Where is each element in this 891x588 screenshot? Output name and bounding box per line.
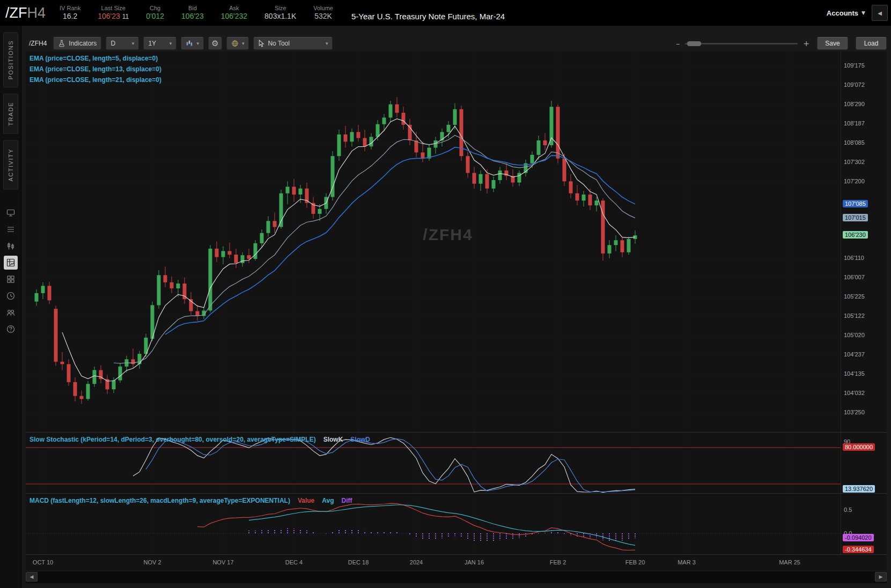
ema-study-label[interactable]: EMA (price=CLOSE, length=21, displace=0) — [30, 76, 161, 84]
zoom-out-button[interactable]: – — [676, 39, 680, 48]
candle — [492, 180, 496, 189]
field-label: Volume — [313, 4, 333, 12]
time-label: MAR 3 — [678, 559, 696, 565]
range-dropdown[interactable]: 1Y ▾ — [143, 37, 176, 50]
time-label: JAN 16 — [465, 559, 484, 565]
chart-panels: /ZFH4 EMA (price=CLOSE, length=5, displa… — [26, 51, 887, 583]
macd-study-label[interactable]: MACD (fastLength=12, slowLength=26, macd… — [30, 497, 290, 504]
candle — [164, 275, 167, 282]
macd-panel: MACD (fastLength=12, slowLength=26, macd… — [26, 493, 887, 554]
price-tick: 105'122 — [844, 312, 865, 319]
drawing-tool-dropdown[interactable]: No Tool ▾ — [253, 37, 333, 50]
beaker-icon — [58, 40, 65, 47]
candle — [80, 396, 84, 399]
stochastic-plot[interactable]: Slow Stochastic (kPeriod=14, dPeriod=3, … — [26, 433, 841, 493]
community-icon[interactable] — [4, 306, 18, 319]
field-label: Chg — [150, 4, 160, 12]
trade-chart-icon[interactable] — [4, 239, 18, 253]
candle — [569, 181, 573, 193]
macd-axis[interactable]: 0.50.0-0.094020-0.344634 — [841, 494, 887, 554]
candle — [241, 255, 245, 263]
help-icon[interactable] — [4, 322, 18, 336]
time-label: FEB 2 — [550, 559, 566, 565]
candle — [131, 359, 135, 364]
macd-tick: 0.5 — [844, 507, 852, 513]
stochastic-legend-slowd[interactable]: SlowD — [350, 436, 370, 443]
candle — [453, 109, 457, 125]
price-tick: 104'135 — [844, 370, 865, 377]
candle — [376, 124, 380, 137]
candle — [479, 174, 483, 184]
scroll-left-button[interactable]: ◀ — [26, 572, 38, 582]
save-button[interactable]: Save — [817, 37, 848, 50]
stochastic-study-label[interactable]: Slow Stochastic (kPeriod=14, dPeriod=3, … — [30, 436, 316, 443]
stochastic-axis[interactable]: 9080.00000013.937620 — [841, 433, 887, 493]
candle — [389, 105, 393, 118]
history-icon[interactable] — [4, 289, 18, 303]
field-size-value: 11 — [122, 13, 129, 20]
price-bubble-close: 106'230 — [843, 231, 868, 239]
candle — [260, 233, 264, 243]
ema-study-label[interactable]: EMA (price=CLOSE, length=5, displace=0) — [30, 55, 161, 62]
chart-scrollbar[interactable]: ◀ ▶ — [26, 571, 887, 583]
symbol-month-code: H4 — [27, 5, 46, 21]
quote-header: /ZFH4 IV Rank16.2Last Size106'2311Chg0'0… — [0, 0, 891, 26]
charts-icon[interactable] — [4, 256, 18, 270]
candle — [518, 173, 521, 183]
macd-plot[interactable]: MACD (fastLength=12, slowLength=26, macd… — [26, 494, 841, 554]
accounts-dropdown[interactable]: Accounts ▼ — [827, 9, 865, 17]
time-label: DEC 4 — [285, 559, 303, 565]
chart-style-dropdown[interactable]: ▾ — [181, 37, 204, 50]
macd-legend-diff[interactable]: Diff — [341, 497, 352, 504]
zoom-slider-handle[interactable] — [687, 41, 701, 46]
ema5-line — [62, 119, 635, 381]
indicators-label: Indicators — [69, 40, 97, 47]
globe-dropdown[interactable]: ▾ — [226, 37, 249, 50]
chart-widget: /ZFH4 Indicators D ▾ 1Y ▾ ▾ ⚙ — [21, 26, 891, 588]
collapse-panel-button[interactable]: ◀ — [872, 5, 888, 21]
chart-symbol-label: /ZFH4 — [29, 40, 47, 47]
cursor-icon — [258, 40, 264, 47]
field-value: 16.2 — [63, 12, 77, 21]
left-sidebar: POSITIONSTRADEACTIVITY — [0, 26, 21, 588]
ema-study-label[interactable]: EMA (price=CLOSE, length=13, displace=0) — [30, 65, 161, 73]
sidebar-tab-trade[interactable]: TRADE — [3, 94, 18, 134]
candle — [582, 195, 586, 200]
candlestick-chart: /ZFH4 — [26, 51, 841, 432]
scroll-right-button[interactable]: ▶ — [875, 572, 887, 582]
time-label: NOV 2 — [143, 559, 161, 565]
price-plot[interactable]: /ZFH4 EMA (price=CLOSE, length=5, displa… — [26, 51, 841, 432]
chart-settings-button[interactable]: ⚙ — [208, 37, 222, 50]
macd-legend-value[interactable]: Value — [298, 497, 314, 504]
load-button[interactable]: Load — [856, 37, 887, 50]
candle — [292, 187, 296, 195]
zoom-in-button[interactable]: + — [803, 39, 809, 48]
chart-toolbar: /ZFH4 Indicators D ▾ 1Y ▾ ▾ ⚙ — [26, 36, 887, 50]
indicators-button[interactable]: Indicators — [53, 37, 101, 50]
macd-label-row: MACD (fastLength=12, slowLength=26, macd… — [30, 497, 352, 504]
candle — [73, 382, 77, 396]
watchlist-icon[interactable] — [4, 222, 18, 236]
candle — [318, 209, 322, 214]
monitor-icon[interactable] — [4, 206, 18, 220]
candle — [170, 282, 174, 288]
field-value: 106'232 — [221, 12, 247, 21]
candle — [93, 370, 97, 384]
price-axis[interactable]: 109'175109'072108'290108'187108'085107'3… — [841, 51, 887, 432]
sidebar-tab-activity[interactable]: ACTIVITY — [3, 140, 18, 190]
price-tick: 108'290 — [844, 101, 865, 107]
chevron-down-icon: ▾ — [132, 41, 135, 46]
stochastic-legend-slowk[interactable]: SlowK — [323, 436, 343, 443]
price-tick: 108'085 — [844, 139, 865, 146]
price-tick: 106'007 — [844, 274, 865, 280]
quote-field-chg: Chg0'012 — [146, 4, 164, 21]
macd-legend-avg[interactable]: Avg — [322, 497, 334, 504]
timeframe-dropdown[interactable]: D ▾ — [106, 37, 139, 50]
grid-icon[interactable] — [4, 272, 18, 286]
price-bubble-ema13: 107'015 — [843, 214, 868, 221]
candle — [286, 187, 290, 193]
zoom-slider[interactable] — [685, 43, 798, 44]
sidebar-icons — [0, 206, 21, 336]
sidebar-tab-positions[interactable]: POSITIONS — [3, 32, 18, 87]
candle — [395, 105, 399, 113]
